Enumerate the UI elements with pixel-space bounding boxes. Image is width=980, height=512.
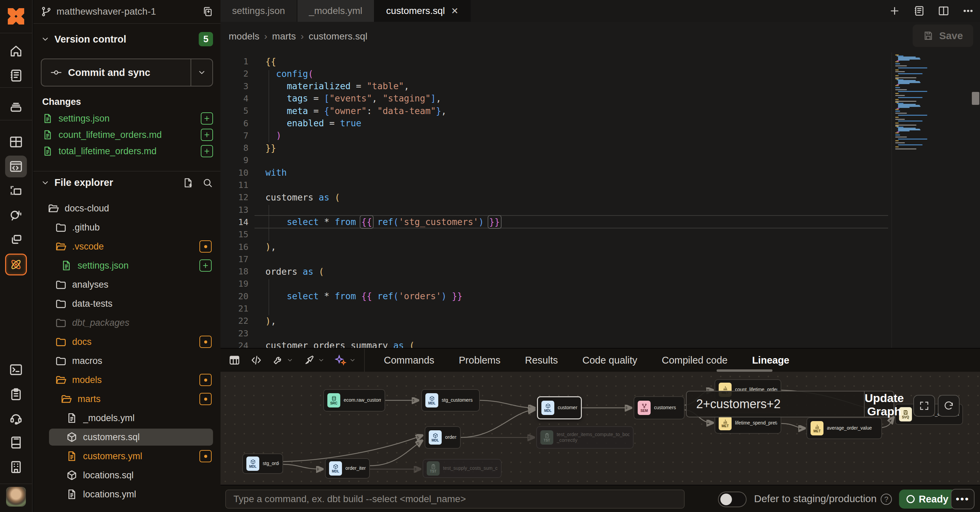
lineage-selector-input[interactable] bbox=[687, 391, 864, 417]
close-tab-icon[interactable]: ✕ bbox=[451, 6, 459, 16]
tree-item-locations.yml[interactable]: locations.yml bbox=[33, 485, 218, 504]
breadcrumb-item[interactable]: customers.sql bbox=[309, 31, 368, 42]
user-avatar[interactable] bbox=[6, 487, 26, 507]
lineage-node-customers[interactable]: SEM customers bbox=[633, 396, 685, 419]
inbox-icon[interactable] bbox=[5, 97, 27, 118]
commit-options-chevron[interactable] bbox=[191, 59, 212, 86]
minimap[interactable] bbox=[891, 53, 977, 348]
tree-item-dbt_packages[interactable]: dbt_packages bbox=[33, 313, 218, 332]
ai-atom-icon[interactable] bbox=[5, 254, 27, 275]
lineage-node-order_items[interactable]: MDL order_items bbox=[325, 458, 370, 479]
docs-book-icon[interactable] bbox=[5, 432, 27, 453]
panel-tab-Results[interactable]: Results bbox=[525, 355, 558, 366]
changed-file-row[interactable]: count_lifetime_orders.md + bbox=[42, 127, 213, 143]
lineage-node-orders[interactable]: MDL orders bbox=[425, 426, 461, 449]
breadcrumb[interactable]: models›marts›customers.sql bbox=[229, 31, 368, 42]
breadcrumb-row: models›marts›customers.sql Save bbox=[221, 22, 980, 51]
panel-tab-Lineage[interactable]: Lineage bbox=[752, 355, 789, 366]
more-options-icon[interactable] bbox=[962, 5, 974, 17]
stage-add-badge[interactable]: + bbox=[201, 129, 213, 141]
build-tools-icon[interactable] bbox=[272, 354, 284, 366]
lineage-node-stg_orders[interactable]: MDL stg_orders bbox=[242, 453, 283, 474]
version-control-header[interactable]: Version control 5 bbox=[41, 32, 213, 46]
tree-item-settings.json[interactable]: settings.json+ bbox=[33, 256, 218, 275]
fullscreen-button[interactable] bbox=[913, 395, 935, 417]
query-insights-icon[interactable] bbox=[5, 204, 27, 226]
tree-item-customers.yml[interactable]: customers.yml bbox=[33, 447, 218, 466]
lint-format-icon[interactable] bbox=[304, 354, 315, 366]
update-graph-button[interactable]: Update Graph bbox=[864, 391, 904, 417]
tree-item-locations.sql[interactable]: locations.sql bbox=[33, 466, 218, 485]
new-file-icon[interactable] bbox=[182, 177, 193, 188]
search-icon[interactable] bbox=[202, 177, 213, 188]
stage-add-badge[interactable]: + bbox=[201, 145, 213, 157]
tree-item-label: marts bbox=[78, 394, 194, 404]
status-ring-icon bbox=[907, 495, 915, 503]
tree-item-data-tests[interactable]: data-tests bbox=[33, 294, 218, 313]
panel-tab-Code quality[interactable]: Code quality bbox=[582, 355, 637, 366]
terminal-icon[interactable] bbox=[5, 359, 27, 381]
preview-table-icon[interactable] bbox=[229, 354, 240, 366]
node-label: lifetime_spend_pretax bbox=[735, 420, 777, 426]
tree-item-docs[interactable]: docs bbox=[33, 332, 218, 351]
breadcrumb-item[interactable]: models bbox=[229, 31, 259, 42]
split-editor-icon[interactable] bbox=[938, 5, 950, 17]
clipboard-icon[interactable] bbox=[5, 383, 27, 405]
support-headset-icon[interactable] bbox=[5, 407, 27, 429]
commit-and-sync-button[interactable]: Commit and sync bbox=[41, 59, 213, 86]
refresh-button[interactable] bbox=[938, 395, 959, 417]
file-explorer-header[interactable]: File explorer bbox=[41, 177, 213, 188]
lineage-node-average_order_value[interactable]: MET average_order_value bbox=[807, 417, 882, 439]
dashboard-icon[interactable] bbox=[5, 131, 27, 153]
breadcrumb-item[interactable]: marts bbox=[272, 31, 296, 42]
defer-toggle[interactable] bbox=[718, 491, 746, 507]
editor-tab-_models.yml[interactable]: _models.yml bbox=[298, 0, 375, 22]
code-editor-icon[interactable] bbox=[5, 156, 27, 177]
notebook-panel-icon[interactable] bbox=[913, 5, 925, 17]
status-more-button[interactable]: ••• bbox=[951, 489, 975, 509]
save-button[interactable]: Save bbox=[913, 24, 973, 47]
changed-file-row[interactable]: total_lifetime_orders.md + bbox=[42, 143, 213, 160]
tree-item-analyses[interactable]: analyses bbox=[33, 275, 218, 294]
capture-region-icon[interactable] bbox=[5, 180, 27, 202]
ready-status-badge[interactable]: Ready bbox=[899, 490, 956, 509]
new-tab-icon[interactable] bbox=[889, 5, 900, 17]
copy-icon[interactable] bbox=[202, 6, 213, 17]
editor-tab-settings.json[interactable]: settings.json bbox=[221, 0, 298, 22]
tree-item-.github[interactable]: .github bbox=[33, 218, 218, 237]
panel-tab-Compiled code[interactable]: Compiled code bbox=[662, 355, 727, 366]
code-editor[interactable]: 1{{2 config(3 materialized = "table",4 t… bbox=[221, 51, 980, 348]
folder-icon bbox=[55, 298, 67, 309]
organization-icon[interactable] bbox=[5, 456, 27, 478]
tree-item-marts[interactable]: marts bbox=[33, 389, 218, 408]
stage-add-badge[interactable]: + bbox=[201, 112, 213, 124]
help-icon[interactable]: ? bbox=[881, 494, 892, 505]
panel-tab-Commands[interactable]: Commands bbox=[384, 355, 434, 366]
changed-file-row[interactable]: settings.json + bbox=[42, 110, 213, 127]
tree-item-macros[interactable]: macros bbox=[33, 351, 218, 370]
command-input[interactable] bbox=[225, 490, 685, 509]
tree-item-.vscode[interactable]: .vscode bbox=[33, 237, 218, 256]
branch-header[interactable]: matthewshaver-patch-1 bbox=[33, 0, 221, 24]
editor-tab-customers.sql[interactable]: customers.sql✕ bbox=[375, 0, 471, 22]
lineage-node-test_supply_costs_sum_correctly[interactable]: TST test_supply_costs_sum_correctly bbox=[423, 459, 501, 478]
file-icon bbox=[66, 412, 78, 424]
panel-tab-Problems[interactable]: Problems bbox=[459, 355, 501, 366]
lineage-canvas[interactable]: SRC ecom.raw_customersMDL stg_customersM… bbox=[221, 372, 980, 485]
notebook-icon[interactable] bbox=[5, 65, 27, 86]
tree-item-models[interactable]: models bbox=[33, 370, 218, 389]
home-icon[interactable] bbox=[5, 40, 27, 62]
lineage-node-stg_customers[interactable]: MDL stg_customers bbox=[421, 389, 480, 412]
windows-icon[interactable] bbox=[5, 229, 27, 250]
compile-code-icon[interactable] bbox=[250, 354, 262, 366]
tree-item-docs-cloud[interactable]: docs-cloud bbox=[33, 199, 218, 218]
tree-item-_models.yml[interactable]: _models.yml bbox=[33, 408, 218, 427]
lineage-node-ecom.raw_customers[interactable]: SRC ecom.raw_customers bbox=[323, 389, 385, 412]
lineage-node-test_order_items_compute_to_bools[interactable]: TST test_order_items_compute_to_bools _c… bbox=[536, 426, 633, 449]
minimap-handle[interactable] bbox=[972, 92, 979, 105]
tree-item-customers.sql[interactable]: customers.sql bbox=[33, 427, 218, 447]
lineage-node-customers[interactable]: MDL customers bbox=[537, 396, 582, 419]
line-number: 15 bbox=[221, 230, 248, 239]
dbt-logo-icon[interactable] bbox=[5, 5, 27, 28]
ai-sparkle-icon[interactable] bbox=[335, 354, 347, 366]
